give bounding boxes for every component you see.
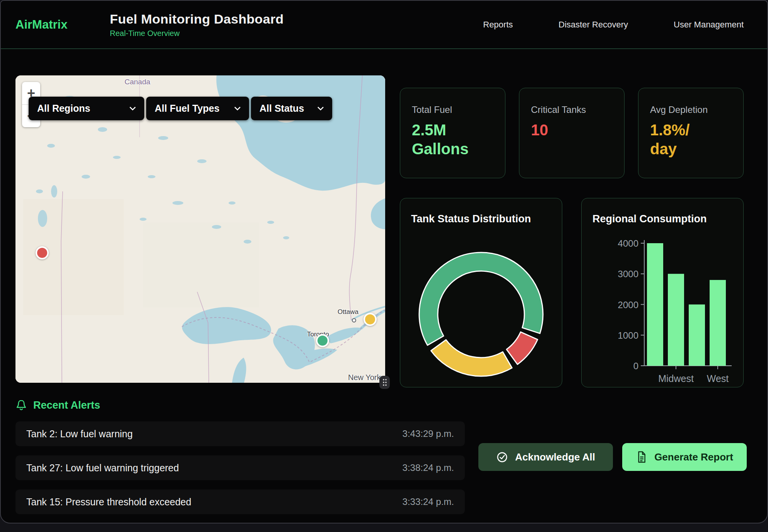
ottawa-town-icon [352,318,356,322]
app-window: AirMatrix Fuel Monitoring Dashboard Real… [0,0,768,523]
page-title: Fuel Monitoring Dashboard [110,12,283,27]
svg-text:4000: 4000 [618,238,638,249]
tank-status-donut-chart [400,198,562,387]
generate-report-button[interactable]: Generate Report [622,443,747,471]
alert-text: Tank 27: Low fuel warning triggered [26,462,179,474]
stat-value: 2.5M Gallons [412,121,493,159]
region-filter-value: All Regions [37,103,90,114]
stat-card-critical-tanks: Critical Tanks 10 [519,88,625,178]
map-filters: All Regions All Fuel Types All Status [29,97,332,120]
svg-text:West: West [707,373,729,384]
acknowledge-all-label: Acknowledge All [515,451,595,463]
svg-text:1000: 1000 [618,330,638,341]
nav-user-management[interactable]: User Management [674,20,744,30]
tank-marker-warning[interactable] [364,313,377,326]
generate-report-label: Generate Report [654,451,733,463]
alert-list: Tank 2: Low fuel warning 3:43:29 p.m. Ta… [15,421,465,514]
alerts-body: Tank 2: Low fuel warning 3:43:29 p.m. Ta… [15,421,746,514]
alerts-header: Recent Alerts [15,399,746,411]
main-nav: Reports Disaster Recovery User Managemen… [483,20,744,30]
region-filter-dropdown[interactable]: All Regions [29,97,144,120]
chevron-down-icon [317,106,324,111]
svg-text:0: 0 [633,361,638,371]
tank-status-chart-card: Tank Status Distribution [400,198,562,387]
chevron-down-icon [129,106,137,111]
alert-actions: Acknowledge All Generate Report [478,443,747,471]
fuel-type-filter-value: All Fuel Types [155,103,220,114]
map-label-ottawa: Ottawa [338,308,358,316]
alert-text: Tank 2: Low fuel warning [26,428,133,440]
stat-value: 1.8%/ day [650,121,732,159]
recent-alerts-section: Recent Alerts Tank 2: Low fuel warning 3… [1,387,767,514]
map-resize-grip-icon[interactable] [379,376,390,389]
svg-text:2000: 2000 [618,300,638,310]
fuel-type-filter-dropdown[interactable]: All Fuel Types [146,97,249,120]
tank-marker-critical[interactable] [36,246,49,259]
alert-timestamp: 3:33:24 p.m. [403,496,454,507]
alert-text: Tank 15: Pressure threshold exceeded [26,496,191,508]
status-filter-dropdown[interactable]: All Status [251,97,332,120]
map-label-canada: Canada [125,78,150,86]
title-block: Fuel Monitoring Dashboard Real-Time Over… [110,12,283,38]
map-geography [15,75,385,383]
tank-marker-normal[interactable] [316,334,329,347]
stats-row: Total Fuel 2.5M Gallons Critical Tanks 1… [400,88,744,178]
header: AirMatrix Fuel Monitoring Dashboard Real… [1,1,767,49]
document-icon [636,451,647,463]
svg-text:Midwest: Midwest [658,373,694,384]
alert-timestamp: 3:38:24 p.m. [403,462,454,473]
stat-card-avg-depletion: Avg Depletion 1.8%/ day [638,88,744,178]
map-canvas[interactable]: Canada Ottawa Toronto New York + − [15,75,385,383]
map-panel: Canada Ottawa Toronto New York + − [15,75,385,383]
chevron-down-icon [234,106,241,111]
bell-icon [15,399,27,411]
stat-card-total-fuel: Total Fuel 2.5M Gallons [400,88,505,178]
status-filter-value: All Status [259,103,304,114]
stat-label: Critical Tanks [531,104,613,115]
regional-consumption-chart-card: Regional Consumption 01000200030004000Mi… [581,198,744,387]
alert-row[interactable]: Tank 15: Pressure threshold exceeded 3:3… [15,489,465,514]
nav-disaster-recovery[interactable]: Disaster Recovery [558,20,628,30]
stat-value: 10 [531,121,613,140]
regional-consumption-bar-chart: 01000200030004000MidwestWest [582,198,743,387]
check-circle-icon [496,451,508,463]
stat-label: Avg Depletion [650,104,732,115]
page-subtitle: Real-Time Overview [110,29,283,38]
brand-logo: AirMatrix [15,18,110,32]
right-column: Total Fuel 2.5M Gallons Critical Tanks 1… [400,88,744,387]
acknowledge-all-button[interactable]: Acknowledge All [478,443,613,471]
nav-reports[interactable]: Reports [483,20,513,30]
alert-timestamp: 3:43:29 p.m. [403,428,454,439]
stat-label: Total Fuel [412,104,493,115]
svg-text:3000: 3000 [618,269,638,279]
charts-row: Tank Status Distribution Regional Consum… [400,198,744,387]
alerts-title: Recent Alerts [33,399,100,411]
alert-row[interactable]: Tank 2: Low fuel warning 3:43:29 p.m. [15,421,465,446]
alert-row[interactable]: Tank 27: Low fuel warning triggered 3:38… [15,455,465,480]
map-label-new-york: New York [348,373,381,382]
main-content: Canada Ottawa Toronto New York + − [1,49,767,387]
